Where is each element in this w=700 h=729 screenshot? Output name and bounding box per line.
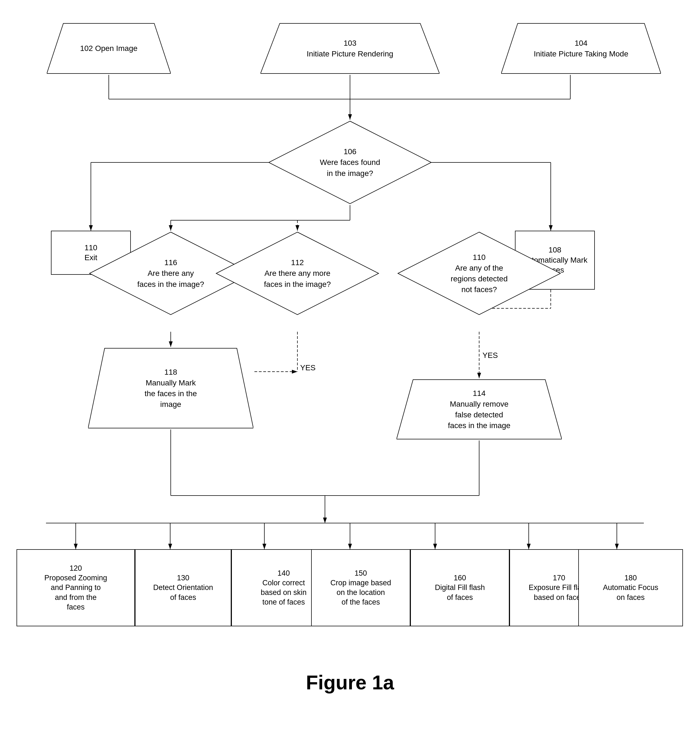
node-110b-label: 110Are any of theregions detectednot fac… [450,252,507,295]
node-103-label: 103Initiate Picture Rendering [307,39,393,58]
node-103: 103Initiate Picture Rendering [260,22,440,75]
node-180: 180Automatic Focuson faces [578,549,683,626]
node-106: 106Were faces foundin the image? [267,120,433,205]
node-104-label: 104Initiate Picture Taking Mode [534,39,628,58]
node-120-label: 120Proposed Zoomingand Panning toand fro… [44,563,107,612]
svg-text:YES: YES [482,351,498,360]
node-120: 120Proposed Zoomingand Panning toand fro… [16,549,135,626]
node-102: 102 Open Image [47,22,171,75]
node-112: 112Are there any morefaces in the image? [215,231,380,316]
node-106-label: 106Were faces foundin the image? [320,146,380,179]
flowchart-diagram: YES YES 102 Open Image 103Initiate Pictu… [0,0,700,702]
node-102-label: 102 Open Image [80,44,138,52]
node-150-label: 150Crop image basedon the locationof the… [330,568,391,607]
node-110b: 110Are any of theregions detectednot fac… [396,231,562,316]
node-150: 150Crop image basedon the locationof the… [311,549,410,626]
node-130-label: 130Detect Orientationof faces [153,573,213,602]
node-140-label: 140Color correctbased on skintone of fac… [261,568,307,607]
node-160: 160Digital Fill flashof faces [410,549,510,626]
svg-text:YES: YES [300,363,315,372]
figure-title: Figure 1a [0,671,700,694]
node-104: 104Initiate Picture Taking Mode [501,22,661,75]
node-114-label: 114Manually removefalse detectedfaces in… [448,389,510,430]
node-118-label: 118Manually Markthe faces in theimage [145,368,197,409]
node-118: 118Manually Markthe faces in theimage [88,347,253,430]
node-112-label: 112Are there any morefaces in the image? [264,257,331,290]
node-130: 130Detect Orientationof faces [135,549,231,626]
node-116-label: 116Are there anyfaces in the image? [137,257,204,290]
node-180-label: 180Automatic Focuson faces [603,573,658,602]
node-160-label: 160Digital Fill flashof faces [435,573,485,602]
node-114: 114Manually removefalse detectedfaces in… [396,378,562,440]
